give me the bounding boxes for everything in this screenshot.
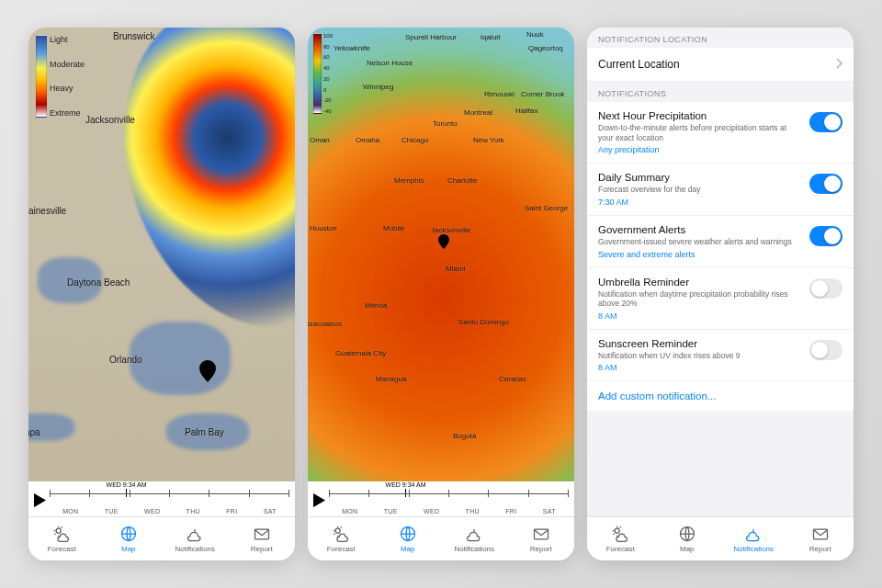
tab-report[interactable]: Report <box>508 517 575 560</box>
legend-extreme: Extreme <box>50 108 85 118</box>
timeline[interactable]: WED 9:34 AM MON TUE WED THU FRI SAT <box>28 481 295 516</box>
tab-bar: Forecast Map Notifications Report <box>308 516 574 560</box>
city-label: Mérida <box>365 301 387 310</box>
globe-icon <box>678 525 696 543</box>
city-label: Qageortoq <box>528 44 563 52</box>
toggle-sunscreen[interactable] <box>809 340 842 360</box>
notification-title: Sunscreen Reminder <box>598 338 802 349</box>
city-label: Houston <box>310 224 337 232</box>
timeline-current-label: WED 9:34 AM <box>107 481 147 488</box>
timeline-day: THU <box>187 508 200 514</box>
timeline-day: WED <box>424 508 439 514</box>
notification-row-precipitation[interactable]: Next Hour Precipitation Down-to-the-minu… <box>587 102 854 164</box>
notification-desc: Down-to-the-minute alerts before precipi… <box>598 123 802 142</box>
legend-light: Light <box>50 35 85 44</box>
city-label: Guatemala City <box>335 349 386 357</box>
svg-rect-8 <box>813 529 827 539</box>
timeline-day: TUE <box>384 508 398 514</box>
notification-detail: 8 AM <box>598 311 802 321</box>
timeline-day: FRI <box>505 508 516 514</box>
timeline-day: SAT <box>543 508 556 514</box>
notification-desc: Notification when daytime precipitation … <box>598 289 802 309</box>
radar-legend: Light Moderate Heavy Extreme <box>36 35 85 118</box>
cloud-sun-icon <box>611 525 629 543</box>
row-current-location[interactable]: Current Location <box>587 48 854 82</box>
phone-screen-radar: Light Moderate Heavy Extreme Brunswick J… <box>28 28 295 560</box>
notification-desc: Notification when UV index rises above 9 <box>598 351 802 361</box>
notification-row-sunscreen[interactable]: Sunscreen Reminder Notification when UV … <box>587 330 854 382</box>
add-custom-notification[interactable]: Add custom notification... <box>587 381 854 411</box>
timeline-day: FRI <box>226 508 237 514</box>
tab-label: Map <box>401 545 415 553</box>
tab-notifications[interactable]: Notifications <box>441 517 508 560</box>
svg-point-3 <box>335 528 340 533</box>
radar-map[interactable]: Light Moderate Heavy Extreme Brunswick J… <box>28 28 295 481</box>
city-label: Chicago <box>401 136 428 144</box>
tab-report[interactable]: Report <box>787 517 854 560</box>
city-label: Rimouski <box>484 90 514 98</box>
play-icon[interactable] <box>34 493 46 505</box>
notification-row-government[interactable]: Government Alerts Government-issued seve… <box>587 216 854 268</box>
notification-title: Daily Summary <box>598 172 802 183</box>
svg-point-0 <box>56 528 61 533</box>
timeline-day: TUE <box>105 508 119 514</box>
notification-title: Next Hour Precipitation <box>598 110 802 121</box>
city-label: Winnipeg <box>363 83 393 91</box>
tab-label: Forecast <box>327 545 356 553</box>
notification-desc: Forecast overview for the day <box>598 185 802 195</box>
legend-tick: 20 <box>323 76 333 82</box>
toggle-government[interactable] <box>809 226 842 246</box>
section-header-notifications: NOTIFICATIONS <box>587 82 854 102</box>
toggle-daily[interactable] <box>809 174 842 194</box>
tab-bar: Forecast Map Notifications Report <box>28 516 295 560</box>
tab-label: Report <box>809 545 831 553</box>
tab-label: Map <box>680 545 695 553</box>
legend-moderate: Moderate <box>50 60 85 69</box>
tab-report[interactable]: Report <box>229 517 296 560</box>
temperature-legend: 100 80 60 40 20 0 -20 -40 <box>313 33 333 114</box>
radar-legend-bar <box>36 35 47 118</box>
cloud-sun-icon <box>52 525 71 543</box>
tab-map[interactable]: Map <box>654 517 721 560</box>
tab-notifications[interactable]: Notifications <box>162 517 229 560</box>
temperature-map[interactable]: 100 80 60 40 20 0 -20 -40 Yellowknife Sp… <box>308 28 574 481</box>
toggle-precipitation[interactable] <box>809 112 842 132</box>
timeline[interactable]: WED 9:34 AM MON TUE WED THU FRI SAT <box>308 481 574 516</box>
city-label: Miami <box>446 265 465 273</box>
city-brunswick: Brunswick <box>113 31 155 41</box>
timeline-days: MON TUE WED THU FRI SAT <box>329 508 569 514</box>
notification-detail: 8 AM <box>598 363 802 372</box>
notification-row-daily[interactable]: Daily Summary Forecast overview for the … <box>587 164 854 216</box>
city-label: Saint George <box>525 204 568 212</box>
row-title: Current Location <box>598 58 835 71</box>
svg-point-6 <box>615 528 619 533</box>
timeline-day: MON <box>62 508 78 514</box>
tab-forecast[interactable]: Forecast <box>308 517 375 560</box>
city-label: Corner Brook <box>521 90 565 98</box>
tab-label: Forecast <box>48 545 76 553</box>
tab-notifications[interactable]: Notifications <box>720 517 787 560</box>
cloud-alert-icon <box>186 525 204 543</box>
city-label: Mobile <box>383 224 405 232</box>
phone-screen-temperature: 100 80 60 40 20 0 -20 -40 Yellowknife Sp… <box>308 28 574 560</box>
timeline-day: WED <box>144 508 160 514</box>
svg-rect-2 <box>254 529 268 539</box>
notification-row-umbrella[interactable]: Umbrella Reminder Notification when dayt… <box>587 268 854 330</box>
map-pin-icon[interactable] <box>199 360 216 382</box>
play-icon[interactable] <box>313 493 325 505</box>
legend-heavy: Heavy <box>50 84 85 93</box>
city-label: Omaha <box>356 136 379 144</box>
svg-rect-5 <box>534 529 548 539</box>
tab-label: Notifications <box>454 545 494 553</box>
tab-label: Report <box>530 545 552 553</box>
toggle-umbrella[interactable] <box>809 278 842 299</box>
city-label: Bogotá <box>453 432 476 440</box>
tab-forecast[interactable]: Forecast <box>28 517 96 560</box>
map-pin-icon[interactable] <box>438 234 449 249</box>
legend-tick: 60 <box>323 54 333 60</box>
city-label: Iqaluit <box>481 33 500 41</box>
city-label: izacoalcos <box>308 320 342 328</box>
tab-forecast[interactable]: Forecast <box>587 517 654 560</box>
tab-map[interactable]: Map <box>96 517 163 560</box>
tab-map[interactable]: Map <box>375 517 442 560</box>
